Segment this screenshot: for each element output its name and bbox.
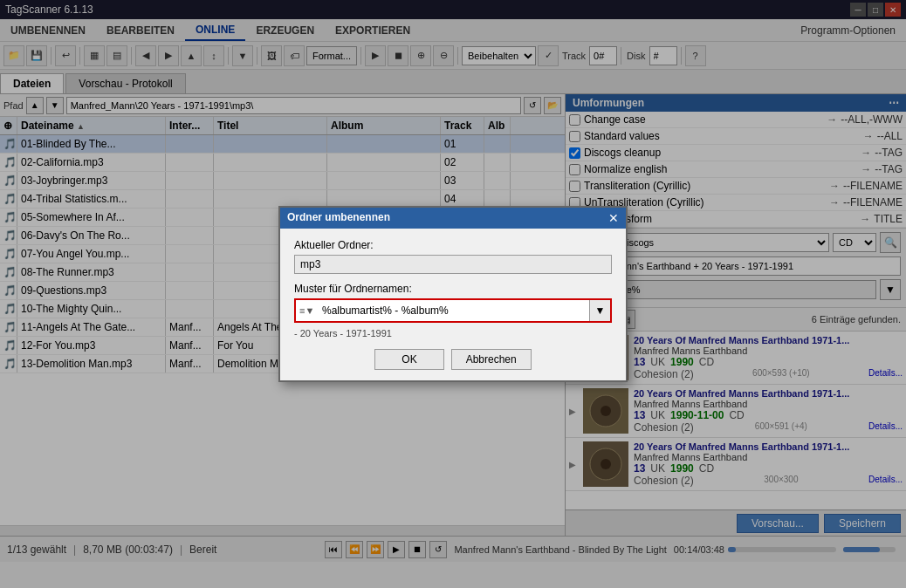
modal-close-button[interactable]: ✕ bbox=[608, 211, 619, 225]
modal-preview: - 20 Years - 1971-1991 bbox=[294, 328, 612, 338]
pattern-dropdown-button[interactable]: ▼ bbox=[589, 300, 610, 321]
modal-title: Ordner umbenennen bbox=[287, 211, 390, 225]
modal-buttons: OK Abbrechen bbox=[294, 349, 612, 370]
current-folder-input bbox=[294, 255, 612, 274]
pattern-input-wrap: ≡▼ ▼ bbox=[294, 298, 612, 323]
modal-body: Aktueller Ordner: Muster für Ordnernamen… bbox=[280, 229, 626, 380]
rename-folder-modal: Ordner umbenennen ✕ Aktueller Ordner: Mu… bbox=[278, 206, 628, 382]
modal-overlay: Ordner umbenennen ✕ Aktueller Ordner: Mu… bbox=[0, 0, 906, 588]
modal-ok-button[interactable]: OK bbox=[374, 349, 443, 370]
modal-title-bar: Ordner umbenennen ✕ bbox=[280, 208, 626, 229]
pattern-input[interactable] bbox=[296, 300, 610, 321]
modal-cancel-button[interactable]: Abbrechen bbox=[451, 349, 532, 370]
pattern-label: Muster für Ordnernamen: bbox=[294, 283, 612, 295]
current-folder-label: Aktueller Ordner: bbox=[294, 239, 612, 251]
